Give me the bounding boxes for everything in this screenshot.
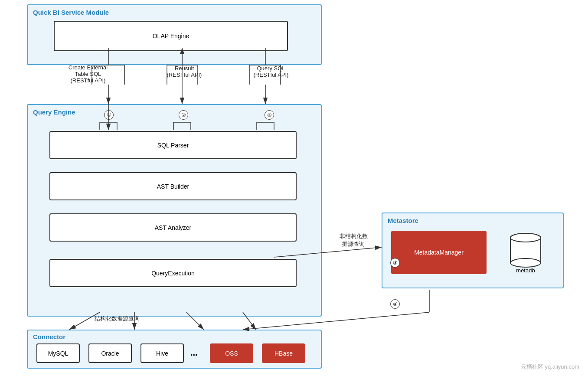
metadata-manager-label: MetadataManager <box>414 249 464 256</box>
diagram-container: Quick BI Service Module OLAP Engine Quer… <box>0 0 588 376</box>
connector-box: Connector MySQL Oracle Hive ... OSS HBas… <box>27 330 322 369</box>
olap-engine-label: OLAP Engine <box>153 33 189 39</box>
metadb-label: metadb <box>516 267 535 274</box>
step-2: ② <box>179 110 188 120</box>
query-sql-label: Query SQL(RESTful API) <box>243 65 299 78</box>
metastore-box: Metastore MetadataManager metadb <box>382 213 564 288</box>
query-execution-box: QueryExecution <box>49 259 297 287</box>
query-engine-box: Query Engine SQL Parser AST Builder AST … <box>27 104 322 317</box>
reusult-label: Reusult(RESTful API) <box>156 65 212 78</box>
metadata-manager-box: MetadataManager <box>391 231 487 274</box>
metadb-cylinder: metadb <box>504 231 547 274</box>
oracle-label: Oracle <box>101 350 119 357</box>
unstructured-query-label: 非结构化数据源查询 <box>327 232 379 248</box>
connector-dots: ... <box>190 348 198 358</box>
quick-bi-module-box: Quick BI Service Module OLAP Engine <box>27 4 322 65</box>
mysql-label: MySQL <box>48 350 69 357</box>
watermark: 云栖社区 yq.aliyun.com <box>521 363 579 371</box>
hbase-box: HBase <box>262 343 305 363</box>
sql-parser-box: SQL Parser <box>49 131 297 159</box>
query-engine-label: Query Engine <box>33 108 75 116</box>
ast-builder-label: AST Builder <box>157 183 189 190</box>
hive-label: Hive <box>156 350 168 357</box>
ast-analyzer-box: AST Analyzer <box>49 213 297 242</box>
step-3: ③ <box>390 258 400 268</box>
step-4: ④ <box>390 299 400 309</box>
ast-builder-box: AST Builder <box>49 172 297 200</box>
mysql-box: MySQL <box>36 343 80 363</box>
sql-parser-label: SQL Parser <box>157 142 189 149</box>
oss-box: OSS <box>210 343 253 363</box>
quick-bi-label: Quick BI Service Module <box>33 9 109 16</box>
create-external-label: Create ExternalTable SQL(RESTful API) <box>60 64 116 84</box>
step-5: ⑤ <box>265 110 274 120</box>
hbase-label: HBase <box>274 350 293 357</box>
connector-label: Connector <box>33 333 65 340</box>
hive-box: Hive <box>140 343 184 363</box>
query-execution-label: QueryExecution <box>151 270 195 277</box>
svg-point-3 <box>510 233 541 242</box>
svg-point-2 <box>510 258 541 267</box>
olap-engine-box: OLAP Engine <box>54 21 288 51</box>
oracle-box: Oracle <box>88 343 132 363</box>
ast-analyzer-label: AST Analyzer <box>155 224 192 231</box>
oss-label: OSS <box>225 350 238 357</box>
structured-query-label: 结构化数据源查询 <box>78 315 156 323</box>
metastore-label: Metastore <box>388 217 418 224</box>
step-1: ① <box>104 110 114 120</box>
